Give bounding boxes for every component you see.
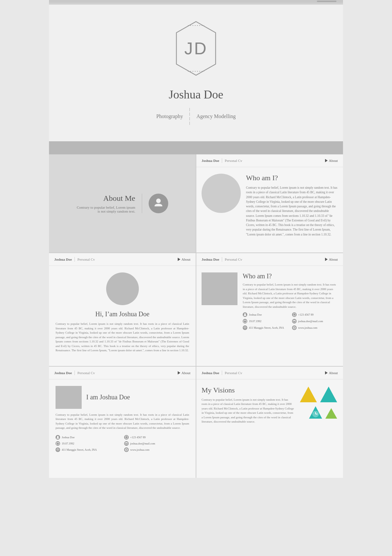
visions-icons — [299, 386, 338, 424]
panel2-header: Joshua Doe Personal Cv About — [196, 154, 343, 167]
iam-phone-val: +123 4567 89 — [130, 436, 146, 439]
about-me-title: About Me — [76, 194, 135, 203]
who2-image — [202, 272, 237, 305]
svg-point-6 — [294, 315, 294, 316]
panel6-sep — [222, 371, 222, 375]
who-image — [202, 174, 241, 213]
triangle-row-top — [299, 386, 338, 404]
triangle-green-small — [325, 408, 338, 421]
iam-contact-date: 19.07.1992 — [56, 441, 121, 446]
panel4-about[interactable]: About — [325, 257, 338, 261]
contact-date-icon — [243, 319, 247, 323]
panel5-cv: Personal Cv — [77, 371, 95, 375]
svg-point-4 — [244, 313, 246, 315]
panel2-about[interactable]: About — [325, 159, 338, 163]
panel4-about-label: About — [329, 257, 338, 261]
hi-bio: Contrary to popular belief, Lorem ipsum … — [56, 322, 189, 353]
panel6-name: Joshua Doe — [202, 371, 219, 375]
contacts-grid: Joshua Doe +123 4567 89 19.07.1992 — [243, 312, 338, 330]
panel-iam: Joshua Doe Personal Cv About I am Joshua… — [49, 367, 196, 478]
panel3-sep — [74, 257, 75, 262]
panel6-about[interactable]: About — [325, 371, 338, 375]
iam-date-icon — [56, 441, 60, 446]
iam-contact-name: Joshua Doe — [56, 435, 121, 440]
svg-point-16 — [57, 436, 59, 438]
svg-rect-17 — [125, 436, 127, 439]
panel6-cv: Personal Cv — [225, 371, 242, 375]
panel3-body: Hi, I’am Joshua Doe Contrary to popular … — [49, 266, 196, 359]
hero-roles: Photography Agency Modelling — [156, 108, 236, 125]
avatar-icon — [153, 197, 164, 210]
iam-name-val: Joshua Doe — [62, 436, 74, 439]
panel6-header: Joshua Doe Personal Cv About — [196, 367, 343, 379]
who2-text: Who am I? Contrary to popular belief, Lo… — [243, 272, 338, 330]
svg-rect-18 — [57, 443, 59, 445]
contact-address-value: 411 Manggis Street, Aceh, INA — [249, 326, 284, 329]
svg-point-3 — [156, 199, 161, 203]
panel3-about[interactable]: About — [178, 257, 191, 261]
contact-name: Joshua Doe — [243, 312, 289, 317]
iam-phone-icon — [124, 435, 129, 440]
iam-title: I am Joshua Doe — [86, 393, 130, 401]
panels-grid: About Me Contrary to popular belief, Lor… — [49, 154, 343, 478]
panel2-body: Who am I? Contrary to popular belief, Lo… — [196, 167, 343, 243]
panel6-play-icon — [325, 371, 328, 374]
panel3-cv: Personal Cv — [77, 257, 95, 261]
iam-address-val: 411 Manggis Street, Aceh, INA — [62, 448, 97, 451]
iam-web-val: www.joshua.com — [130, 448, 150, 451]
about-me-subtitle: Contrary to popular belief, Lorem ipsum … — [76, 205, 135, 213]
roles-divider — [189, 108, 190, 125]
iam-contacts: Joshua Doe +123 4567 89 19.07.1992 — [56, 435, 189, 452]
visions-text: My Visions Contrary to popular belief, L… — [202, 386, 294, 424]
contact-web: www.joshua.com — [292, 325, 338, 330]
iam-date-val: 19.07.1992 — [62, 442, 74, 445]
contact-date-value: 19.07.1992 — [249, 320, 261, 323]
panel5-body: I am Joshua Doe Contrary to popular beli… — [49, 379, 196, 459]
role2-label: Agency Modelling — [196, 113, 236, 119]
hero-name: Joshua Doe — [169, 88, 223, 101]
svg-point-23 — [57, 449, 58, 449]
about-me-text: About Me Contrary to popular belief, Lor… — [76, 194, 135, 213]
panel4-sep — [222, 257, 222, 262]
initials-text: JD — [184, 39, 208, 58]
svg-point-12 — [245, 327, 245, 328]
contact-phone-value: +123 4567 89 — [298, 313, 314, 316]
panel5-sep — [74, 371, 75, 375]
panel4-cv: Personal Cv — [225, 257, 242, 261]
panel3-about-label: About — [182, 257, 191, 261]
contact-email: joshua.doe@mail.com — [292, 319, 338, 323]
iam-person-icon — [56, 435, 60, 440]
panel4-header: Joshua Doe Personal Cv About — [196, 253, 343, 266]
svg-marker-28 — [320, 387, 337, 402]
panel4-name: Joshua Doe — [202, 257, 219, 261]
panel6-body: My Visions Contrary to popular belief, L… — [196, 379, 343, 431]
iam-contact-address: 411 Manggis Street, Aceh, INA — [56, 447, 121, 452]
section-divider — [49, 141, 343, 154]
top-bar — [49, 0, 343, 3]
hero-section: JD Joshua Doe Photography Agency Modelli… — [49, 3, 343, 141]
iam-contact-web: www.joshua.com — [124, 447, 189, 452]
panel-who-am-i: Joshua Doe Personal Cv About Who am I? C… — [196, 154, 343, 252]
who2-title: Who am I? — [243, 272, 338, 280]
panel6-about-label: About — [329, 371, 338, 375]
panel5-about[interactable]: About — [178, 371, 191, 375]
hi-title: Hi, I’am Joshua Doe — [95, 310, 150, 318]
role1-label: Photography — [156, 113, 183, 119]
contact-name-value: Joshua Doe — [249, 313, 262, 316]
contact-email-icon — [292, 319, 297, 323]
contact-email-value: joshua.doe@mail.com — [298, 320, 323, 323]
panel5-header: Joshua Doe Personal Cv About — [49, 367, 196, 379]
who-title: Who am I? — [246, 174, 338, 182]
iam-address-icon — [56, 447, 60, 452]
panel2-sep — [222, 158, 222, 163]
panel4-play-icon — [325, 258, 328, 261]
iam-image — [56, 386, 82, 409]
svg-marker-33 — [325, 408, 337, 419]
contact-person-icon — [243, 312, 247, 317]
who-body: Contrary to popular belief, Lorem ipsum … — [246, 185, 338, 237]
visions-bio: Contrary to popular belief, Lorem ipsum … — [202, 398, 294, 424]
panel5-name: Joshua Doe — [54, 371, 72, 375]
panel-hi: Joshua Doe Personal Cv About Hi, I’am Jo… — [49, 253, 196, 366]
iam-bio: Contrary to popular belief, Lorem ipsum … — [56, 413, 189, 430]
contact-web-value: www.joshua.com — [298, 326, 318, 329]
